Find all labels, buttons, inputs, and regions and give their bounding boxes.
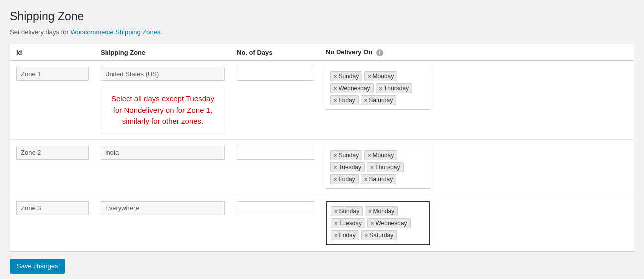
num-days-input[interactable] [237,201,314,215]
day-tags: ×Sunday×Monday×Tuesday×Wednesday×Friday×… [331,206,426,240]
table-body: Select all days except Tuesday for Nonde… [10,61,634,251]
day-tag: ×Tuesday [330,162,365,172]
day-tag: ×Wednesday [330,83,374,93]
day-tag: ×Friday [330,174,359,184]
day-tag-label: Monday [373,152,394,159]
day-tag-remove-icon[interactable]: × [334,164,337,170]
day-tag-label: Friday [339,232,355,239]
day-tag-label: Sunday [338,73,359,80]
callout-text: Select all days except Tuesday for Nonde… [109,93,216,127]
day-tag-label: Wednesday [338,85,370,92]
page-title: Shipping Zone [10,10,634,23]
day-tag-label: Sunday [338,152,359,159]
day-tag-remove-icon[interactable]: × [334,232,337,238]
shipping-zone-cell [95,195,231,251]
day-tag-remove-icon[interactable]: × [334,208,337,214]
no-delivery-cell: ×Sunday×Monday×Tuesday×Thursday×Friday×S… [320,140,634,195]
day-tag-label: Friday [338,176,355,183]
zone-id-input[interactable] [16,201,89,215]
no-delivery-cell: ×Sunday×Monday×Wednesday×Thursday×Friday… [320,61,634,140]
day-tag-remove-icon[interactable]: × [334,73,337,79]
day-tag: ×Monday [365,206,398,216]
day-tag-remove-icon[interactable]: × [379,85,382,91]
day-tag-label: Monday [373,73,394,80]
save-changes-button[interactable]: Save changes [10,259,65,274]
day-tag-remove-icon[interactable]: × [368,73,371,79]
day-tag-label: Saturday [369,176,393,183]
day-tag-label: Tuesday [339,220,362,227]
day-tag-label: Wednesday [375,220,407,227]
day-tag-label: Sunday [339,208,359,215]
day-tag-label: Tuesday [338,164,361,171]
day-tag: ×Saturday [361,174,396,184]
col-header-nodelivery: No Delivery On i [320,44,634,61]
day-tag: ×Saturday [361,95,396,105]
num-days-cell [231,195,320,251]
day-tag-remove-icon[interactable]: × [334,97,337,103]
description-prefix: Set delivery days for [10,28,70,36]
no-delivery-tooltip-icon[interactable]: i [376,49,383,56]
no-delivery-box: ×Sunday×Monday×Tuesday×Wednesday×Friday×… [326,201,430,245]
table-row: ×Sunday×Monday×Tuesday×Wednesday×Friday×… [10,195,634,251]
table-row: Select all days except Tuesday for Nonde… [10,61,634,140]
zone-id-cell [10,195,95,251]
callout-box: Select all days except Tuesday for Nonde… [101,87,225,134]
shipping-zone-cell [95,140,231,195]
table-head: Id Shipping Zone No. of Days No Delivery… [10,44,634,61]
no-delivery-box: ×Sunday×Monday×Wednesday×Thursday×Friday… [326,67,430,110]
no-delivery-cell: ×Sunday×Monday×Tuesday×Wednesday×Friday×… [320,195,634,251]
day-tag-remove-icon[interactable]: × [334,152,337,158]
zone-id-cell [10,140,95,195]
day-tag: ×Friday [331,230,359,240]
day-tag-remove-icon[interactable]: × [334,85,337,91]
description-suffix: . [161,28,163,36]
day-tag-label: Saturday [369,97,393,104]
num-days-cell [231,61,320,140]
day-tag-remove-icon[interactable]: × [364,97,367,103]
day-tag: ×Monday [364,71,397,81]
zone-id-input[interactable] [16,146,89,160]
day-tag: ×Saturday [361,230,397,240]
day-tag-label: Thursday [375,164,400,171]
day-tag: ×Sunday [331,206,363,216]
day-tag: ×Sunday [330,71,362,81]
day-tag: ×Thursday [376,83,412,93]
table-row: ×Sunday×Monday×Tuesday×Thursday×Friday×S… [10,140,634,195]
description: Set delivery days for Woocommerce Shippi… [10,28,634,36]
day-tag-remove-icon[interactable]: × [368,152,371,158]
day-tag-remove-icon[interactable]: × [334,220,337,226]
no-delivery-box: ×Sunday×Monday×Tuesday×Thursday×Friday×S… [326,146,430,189]
zones-table: Id Shipping Zone No. of Days No Delivery… [10,44,634,251]
day-tag-remove-icon[interactable]: × [334,176,337,182]
day-tags: ×Sunday×Monday×Tuesday×Thursday×Friday×S… [330,150,426,184]
zone-id-cell [10,61,95,140]
shipping-zone-cell: Select all days except Tuesday for Nonde… [95,61,231,140]
day-tag-remove-icon[interactable]: × [370,164,373,170]
num-days-input[interactable] [237,146,314,160]
day-tag-remove-icon[interactable]: × [368,208,371,214]
day-tag-remove-icon[interactable]: × [371,220,374,226]
page-wrap: Shipping Zone Set delivery days for Wooc… [0,0,644,279]
day-tag: ×Monday [364,150,397,160]
day-tag-label: Monday [373,208,395,215]
table-header-row: Id Shipping Zone No. of Days No Delivery… [10,44,634,61]
description-link[interactable]: Woocommerce Shipping Zones [70,28,160,36]
day-tag: ×Tuesday [331,218,365,228]
shipping-zone-input[interactable] [101,67,225,81]
col-header-id: Id [10,44,95,61]
day-tags: ×Sunday×Monday×Wednesday×Thursday×Friday… [330,71,426,105]
num-days-input[interactable] [237,67,314,81]
zones-table-wrap: Id Shipping Zone No. of Days No Delivery… [10,44,634,252]
num-days-cell [231,140,320,195]
day-tag: ×Friday [330,95,359,105]
day-tag-remove-icon[interactable]: × [364,176,367,182]
shipping-zone-input[interactable] [101,201,225,215]
day-tag: ×Sunday [330,150,362,160]
day-tag-label: Saturday [369,232,393,239]
col-header-days: No. of Days [231,44,320,61]
day-tag: ×Thursday [367,162,403,172]
col-header-zone: Shipping Zone [95,44,231,61]
day-tag-remove-icon[interactable]: × [365,232,368,238]
shipping-zone-input[interactable] [101,146,225,160]
zone-id-input[interactable] [16,67,89,81]
